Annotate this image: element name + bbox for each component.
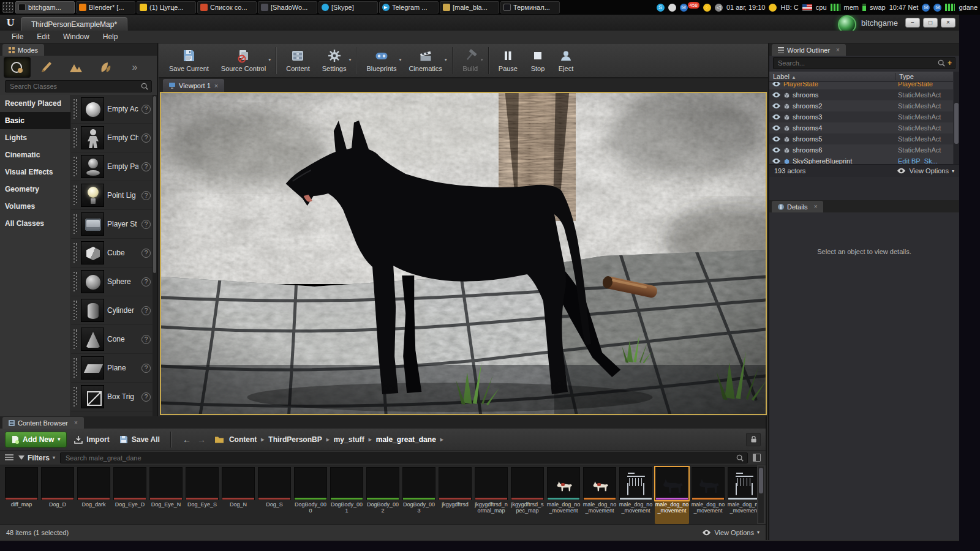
chevron-down-icon[interactable]: ▾ <box>399 57 401 62</box>
drag-grip-icon[interactable] <box>74 128 78 148</box>
drag-grip-icon[interactable] <box>74 358 78 378</box>
modes-category-item[interactable]: All Classes <box>0 215 70 232</box>
help-icon[interactable]: ? <box>141 220 151 229</box>
asset-tile[interactable]: male_dog_no_movement <box>546 467 581 524</box>
outliner-row[interactable]: shrooms4 StaticMeshAct <box>769 122 953 133</box>
tab-world-outliner[interactable]: World Outliner × <box>772 44 846 56</box>
close-icon[interactable]: × <box>836 47 840 53</box>
asset-tile[interactable]: DogBody_000 <box>293 467 328 524</box>
mail-icon-2[interactable]: ✉ <box>922 4 930 12</box>
cb-view-options-button[interactable]: View Options ▾ <box>702 529 760 536</box>
import-button[interactable]: Import <box>72 435 111 444</box>
source-control-button[interactable]: Source Control ▾ <box>216 45 271 77</box>
breadcrumb-item[interactable]: male_great_dane <box>376 435 436 444</box>
placeable-item-row[interactable]: Cylinder ? <box>71 296 157 325</box>
help-icon[interactable]: ? <box>141 133 151 143</box>
taskbar-app-button[interactable]: [male_bla... <box>440 1 499 13</box>
view-layout-toggle-icon[interactable] <box>753 454 761 462</box>
asset-tile[interactable]: Dog_Eye_S <box>185 467 219 524</box>
asset-tile[interactable]: male_dog_no_movement <box>582 467 617 524</box>
more-modes-button[interactable]: » <box>121 57 148 78</box>
notifications-bell-icon[interactable] <box>668 4 676 12</box>
taskbar-app-button[interactable]: (1) Цугце... <box>137 1 196 13</box>
label-column-header[interactable]: Label <box>773 73 790 80</box>
foliage-mode-button[interactable] <box>92 57 119 78</box>
app-menu-icon[interactable] <box>2 2 13 13</box>
outliner-search-input[interactable] <box>777 59 935 67</box>
modes-category-item[interactable]: Geometry <box>0 181 70 198</box>
outliner-row[interactable]: shrooms6 StaticMeshAct <box>769 144 953 156</box>
breadcrumb-item[interactable]: ThirdPersonBP <box>268 435 322 444</box>
drag-grip-icon[interactable] <box>74 214 78 234</box>
visibility-eye-icon[interactable] <box>772 158 781 164</box>
asset-search-input[interactable] <box>64 454 734 462</box>
stop-button[interactable]: Stop <box>524 45 551 77</box>
modes-scrollbar[interactable] <box>153 95 157 416</box>
help-icon[interactable]: ? <box>141 335 151 344</box>
visibility-eye-icon[interactable] <box>772 136 781 142</box>
placeable-item-row[interactable]: Point Lig ? <box>71 181 157 210</box>
asset-tile[interactable]: jkgygdftrsd_normal_map <box>474 467 508 524</box>
help-icon[interactable]: ? <box>141 364 151 373</box>
modes-category-item[interactable]: Recently Placed <box>0 95 70 112</box>
modes-category-item[interactable]: Cinematic <box>0 146 70 163</box>
drag-grip-icon[interactable] <box>74 99 78 119</box>
asset-tile[interactable]: male_dog_no_movement <box>691 467 725 524</box>
breadcrumb-item[interactable]: Content <box>229 435 257 444</box>
drag-grip-icon[interactable] <box>74 387 78 407</box>
filters-button[interactable]: Filters ▾ <box>18 454 55 462</box>
close-icon[interactable]: × <box>814 203 818 210</box>
chevron-down-icon[interactable]: ▾ <box>268 57 271 62</box>
modes-category-item[interactable]: Volumes <box>0 198 70 215</box>
visibility-eye-icon[interactable] <box>772 92 781 98</box>
paint-mode-button[interactable] <box>33 57 60 78</box>
help-icon[interactable]: ? <box>141 277 151 287</box>
outliner-row-selected-partial[interactable]: PlayerState PlayerState <box>769 82 953 89</box>
placeable-item-row[interactable]: Sphere ? <box>71 268 157 296</box>
help-icon[interactable]: ? <box>141 306 151 315</box>
asset-tile[interactable]: DogBody_003 <box>402 467 436 524</box>
asset-tile[interactable]: Dog_D <box>40 467 75 524</box>
modes-category-item[interactable]: Basic <box>0 112 70 129</box>
taskbar-app-button[interactable]: Терминал... <box>500 1 560 13</box>
project-widget[interactable]: bitchgame <box>838 15 898 31</box>
eject-button[interactable]: Eject <box>552 45 579 77</box>
drag-grip-icon[interactable] <box>74 157 78 176</box>
add-new-button[interactable]: Add New ▾ <box>5 432 67 448</box>
visibility-eye-icon[interactable] <box>772 114 781 120</box>
close-icon[interactable]: × <box>214 82 218 89</box>
drag-grip-icon[interactable] <box>74 186 78 205</box>
menu-item[interactable]: Help <box>96 32 125 41</box>
help-icon[interactable]: ? <box>141 105 151 114</box>
asset-tile[interactable]: Dog_dark <box>77 467 111 524</box>
volume-icon[interactable]: ◁ <box>715 4 723 12</box>
power-tray-icon[interactable]: ⚡ <box>703 4 711 12</box>
drag-grip-icon[interactable] <box>74 272 78 291</box>
asset-tile[interactable]: jkgygdftrsd <box>438 467 472 524</box>
close-icon[interactable]: × <box>74 419 78 426</box>
outliner-row[interactable]: shrooms3 StaticMeshAct <box>769 111 953 122</box>
blueprints-button[interactable]: Blueprints ▾ <box>361 45 402 77</box>
menu-item[interactable]: Edit <box>30 32 56 41</box>
edit-blueprint-link[interactable]: Edit BP_Sk... <box>898 157 951 164</box>
chevron-down-icon[interactable]: ▾ <box>445 57 447 62</box>
modes-category-item[interactable]: Visual Effects <box>0 163 70 181</box>
viewport-3d-scene[interactable] <box>161 93 766 414</box>
outliner-scrollbar[interactable] <box>954 72 959 164</box>
visibility-eye-icon[interactable] <box>772 103 781 109</box>
outliner-view-options-button[interactable]: View Options ▾ <box>897 167 954 174</box>
visibility-eye-icon[interactable] <box>772 82 781 87</box>
placeable-item-row[interactable]: Cone ? <box>71 325 157 354</box>
visibility-eye-icon[interactable] <box>772 125 781 131</box>
taskbar-app-button[interactable]: [ShadoWo... <box>258 1 317 13</box>
tab-viewport-1[interactable]: Viewport 1 × <box>163 79 224 92</box>
build-button[interactable]: Build ▾ <box>457 45 484 77</box>
tab-details[interactable]: Details × <box>772 201 823 212</box>
asset-tile[interactable]: Dog_N <box>221 467 255 524</box>
breadcrumb-item[interactable]: my_stuff <box>334 435 364 444</box>
back-button[interactable]: ← <box>183 435 191 444</box>
taskbar-app-button[interactable]: Blender* [... <box>76 1 135 13</box>
visibility-eye-icon[interactable] <box>772 147 781 153</box>
chevron-down-icon[interactable]: ▾ <box>481 57 483 62</box>
chevron-down-icon[interactable]: ▾ <box>349 57 351 62</box>
